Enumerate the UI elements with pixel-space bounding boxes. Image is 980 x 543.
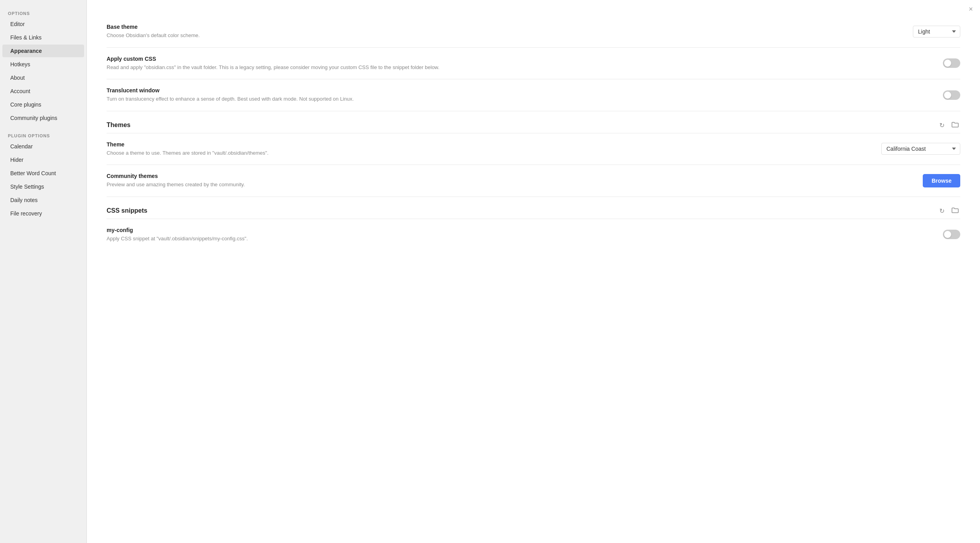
themes-heading-title: Themes — [107, 122, 130, 129]
browse-button[interactable]: Browse — [923, 174, 960, 187]
folder-icon — [952, 122, 959, 129]
close-button[interactable]: × — [969, 6, 973, 13]
translucent-window-row: Translucent window Turn on translucency … — [107, 79, 960, 111]
sidebar-item-calendar[interactable]: Calendar — [2, 140, 84, 153]
sidebar-item-style-settings[interactable]: Style Settings — [2, 180, 84, 193]
themes-refresh-button[interactable]: ↻ — [938, 121, 946, 129]
my-config-slider — [943, 230, 960, 239]
base-theme-info: Base theme Choose Obsidian's default col… — [107, 24, 897, 39]
apply-custom-css-desc: Read and apply "obsidian.css" in the vau… — [107, 64, 927, 71]
sidebar-item-hotkeys[interactable]: Hotkeys — [2, 58, 84, 71]
theme-desc: Choose a theme to use. Themes are stored… — [107, 149, 865, 157]
css-folder-icon — [952, 208, 959, 215]
theme-info: Theme Choose a theme to use. Themes are … — [107, 141, 865, 157]
themes-folder-button[interactable] — [950, 121, 960, 130]
base-theme-select[interactable]: Light Dark — [913, 26, 960, 37]
options-section-label: OPTIONS — [0, 8, 86, 17]
community-themes-name: Community themes — [107, 173, 907, 179]
theme-row: Theme Choose a theme to use. Themes are … — [107, 133, 960, 165]
sidebar: OPTIONS Editor Files & Links Appearance … — [0, 0, 87, 543]
apply-custom-css-toggle[interactable] — [943, 58, 960, 68]
css-snippets-heading: CSS snippets ↻ — [107, 197, 960, 219]
base-theme-desc: Choose Obsidian's default color scheme. — [107, 32, 897, 39]
theme-control: California Coast Default — [881, 143, 960, 155]
sidebar-item-core-plugins[interactable]: Core plugins — [2, 98, 84, 111]
apply-custom-css-info: Apply custom CSS Read and apply "obsidia… — [107, 56, 927, 71]
sidebar-item-better-word-count[interactable]: Better Word Count — [2, 167, 84, 180]
translucent-window-control — [943, 90, 960, 100]
css-snippets-title: CSS snippets — [107, 207, 147, 214]
sidebar-item-daily-notes[interactable]: Daily notes — [2, 194, 84, 206]
my-config-name: my-config — [107, 227, 927, 233]
community-themes-control: Browse — [923, 174, 960, 187]
sidebar-item-about[interactable]: About — [2, 71, 84, 84]
apply-custom-css-slider — [943, 58, 960, 68]
base-theme-control: Light Dark — [913, 26, 960, 37]
css-snippets-actions: ↻ — [938, 206, 960, 215]
plugin-options-section-label: PLUGIN OPTIONS — [0, 130, 86, 140]
my-config-desc: Apply CSS snippet at "vault/.obsidian/sn… — [107, 235, 927, 243]
my-config-info: my-config Apply CSS snippet at "vault/.o… — [107, 227, 927, 243]
my-config-row: my-config Apply CSS snippet at "vault/.o… — [107, 219, 960, 251]
sidebar-item-editor[interactable]: Editor — [2, 18, 84, 30]
community-themes-info: Community themes Preview and use amazing… — [107, 173, 907, 189]
sidebar-item-files-links[interactable]: Files & Links — [2, 31, 84, 44]
themes-section-heading: Themes ↻ — [107, 111, 960, 133]
community-themes-row: Community themes Preview and use amazing… — [107, 165, 960, 197]
translucent-window-name: Translucent window — [107, 87, 927, 94]
translucent-window-toggle[interactable] — [943, 90, 960, 100]
theme-select[interactable]: California Coast Default — [881, 143, 960, 155]
translucent-window-slider — [943, 90, 960, 100]
community-themes-desc: Preview and use amazing themes created b… — [107, 181, 907, 189]
my-config-control — [943, 230, 960, 239]
base-theme-row: Base theme Choose Obsidian's default col… — [107, 16, 960, 48]
css-snippets-refresh-button[interactable]: ↻ — [938, 207, 946, 215]
main-content: × Base theme Choose Obsidian's default c… — [87, 0, 980, 543]
translucent-window-desc: Turn on translucency effect to enhance a… — [107, 95, 927, 103]
base-theme-name: Base theme — [107, 24, 897, 30]
sidebar-item-file-recovery[interactable]: File recovery — [2, 207, 84, 220]
sidebar-item-appearance[interactable]: Appearance — [2, 45, 84, 57]
css-refresh-icon: ↻ — [939, 208, 944, 214]
apply-custom-css-name: Apply custom CSS — [107, 56, 927, 62]
sidebar-item-community-plugins[interactable]: Community plugins — [2, 112, 84, 124]
translucent-window-info: Translucent window Turn on translucency … — [107, 87, 927, 103]
sidebar-item-hider[interactable]: Hider — [2, 154, 84, 166]
apply-custom-css-row: Apply custom CSS Read and apply "obsidia… — [107, 48, 960, 80]
themes-heading-actions: ↻ — [938, 121, 960, 130]
theme-name: Theme — [107, 141, 865, 148]
refresh-icon: ↻ — [939, 122, 944, 129]
my-config-toggle[interactable] — [943, 230, 960, 239]
css-snippets-folder-button[interactable] — [950, 206, 960, 215]
sidebar-item-account[interactable]: Account — [2, 85, 84, 97]
apply-custom-css-control — [943, 58, 960, 68]
